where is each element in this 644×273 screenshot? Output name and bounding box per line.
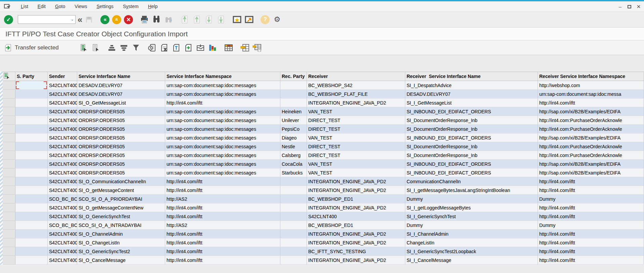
cell-service_interface_namespace[interactable]: urn:sap-com:document:sap:idoc:messages [165,116,280,125]
cell-rec_party[interactable] [280,90,307,99]
cell-sender[interactable]: S42CLNT400 [48,107,77,116]
cell-sender[interactable]: S42CLNT400 [48,151,77,160]
cell-sender[interactable]: S42CLNT400 [48,125,77,133]
last-page-icon[interactable] [216,15,226,24]
cell-receiver_service_interface_namespace[interactable]: http://int4.com/iftt [538,230,644,238]
cell-receiver_service_interface_name[interactable]: SI_I_getLoggedMessageBytes [405,203,538,212]
cell-receiver[interactable]: DIRECT_TEST [307,125,405,133]
cell-sender[interactable]: S42CLNT400 [48,81,77,90]
cell-sender[interactable]: SCO_BC_BOA [48,221,77,230]
sort-descending-icon[interactable] [119,43,129,52]
local-file-icon[interactable] [184,43,193,52]
customize-layout-icon[interactable]: ⚙ [272,15,282,24]
cell-service_interface_namespace[interactable]: http://int4.com/iftt [165,212,280,221]
cell-rec_party[interactable] [280,99,307,107]
column-header-service_interface_name[interactable]: Service Interface Name [77,72,165,81]
cell-receiver_service_interface_name[interactable]: SI_INBOUND_EDI_EDIFACT_ORDERS [405,107,538,116]
cell-sender[interactable]: S42CLNT400 [48,256,77,265]
cell-receiver_service_interface_namespace[interactable]: Dummy [538,195,644,203]
row-selector[interactable] [3,107,15,116]
cell-service_interface_namespace[interactable]: http://int4.com/iftt [165,230,280,238]
cell-receiver_service_interface_name[interactable]: Dummy [405,221,538,230]
cell-s_party[interactable] [15,230,48,238]
select-block-icon[interactable] [91,43,100,52]
cell-service_interface_namespace[interactable]: urn:sap-com:document:sap:idoc:messages [165,107,280,116]
cell-receiver[interactable]: INTEGRATION_ENGINE_JAVA_PD2 [307,203,405,212]
cell-s_party[interactable] [15,107,48,116]
select-all-header[interactable] [3,72,15,81]
mail-recipient-icon[interactable] [196,43,205,52]
cell-receiver_service_interface_name[interactable]: SI_DocumentOrderResponse_Inb [405,142,538,151]
cell-service_interface_name[interactable]: SI_O_ChangeListIn [77,238,165,247]
column-header-receiver_service_interface_name[interactable]: Receiver Service Interface Name [405,72,538,81]
cell-service_interface_namespace[interactable]: http://int4.com/iftt [165,256,280,265]
cell-receiver_service_interface_namespace[interactable]: http://int4.com/iftt [538,203,644,212]
cell-service_interface_namespace[interactable]: http://int4.com/iftt [165,99,280,107]
row-selector[interactable] [3,256,15,265]
exit-icon[interactable]: « [112,15,121,24]
cell-rec_party[interactable]: Diageo [280,133,307,142]
cell-receiver_service_interface_namespace[interactable]: http://int4.com/iftt [538,177,644,186]
help-icon[interactable]: ? [261,15,270,24]
back-icon[interactable]: « [100,15,109,24]
cell-sender[interactable]: S42CLNT400 [48,177,77,186]
row-selector[interactable] [3,212,15,221]
cell-sender[interactable]: S42CLNT400 [48,203,77,212]
cell-receiver_service_interface_name[interactable]: SI_INBOUND_EDI_EDIFACT_ORDERS [405,168,538,177]
cell-service_interface_name[interactable]: SI_O_GenericSyncTest2 [77,247,165,256]
cell-rec_party[interactable] [280,230,307,238]
cell-receiver_service_interface_name[interactable]: SI_I_DespatchAdvice [405,81,538,90]
cell-rec_party[interactable]: Calsberg [280,151,307,160]
cell-receiver[interactable]: BC_WEBSHOP_ED1 [307,195,405,203]
row-selector[interactable] [3,186,15,195]
cell-service_interface_namespace[interactable]: urn:sap-com:document:sap:idoc:messages [165,90,280,99]
cell-rec_party[interactable] [280,238,307,247]
cell-rec_party[interactable]: Nestle [280,142,307,151]
system-menu-icon[interactable] [4,4,11,9]
cell-rec_party[interactable]: Unilever [280,116,307,125]
row-selector[interactable] [3,125,15,133]
new-session-icon[interactable] [244,15,254,24]
cell-receiver[interactable]: DIRECT_TEST [307,116,405,125]
row-selector[interactable] [3,177,15,186]
cell-receiver_service_interface_name[interactable]: SI_DocumentOrderResponse_Inb [405,125,538,133]
cell-receiver[interactable]: VAN_TEST [307,168,405,177]
cell-receiver_service_interface_namespace[interactable]: http://int4.com/iftt [538,99,644,107]
cell-receiver_service_interface_namespace[interactable]: http://sap.com/xi/B2B/Examples/EDIFA [538,133,644,142]
cell-service_interface_name[interactable]: ORDRSP.ORDERS05 [77,116,165,125]
cell-receiver[interactable]: INTEGRATION_ENGINE_JAVA_PD2 [307,177,405,186]
cell-rec_party[interactable] [280,256,307,265]
row-selector[interactable] [3,99,15,107]
cell-service_interface_name[interactable]: ORDRSP.ORDERS05 [77,107,165,116]
cell-sender[interactable]: S42CLNT400 [48,160,77,168]
cell-rec_party[interactable] [280,212,307,221]
row-selector[interactable] [3,230,15,238]
collapse-chevron-icon[interactable]: « [78,15,82,24]
cell-service_interface_namespace[interactable]: http://AS2 [165,221,280,230]
cell-s_party[interactable] [15,125,48,133]
cell-sender[interactable]: S42CLNT400 [48,90,77,99]
cell-receiver[interactable]: INTEGRATION_ENGINE_JAVA_PD2 [307,99,405,107]
cell-service_interface_namespace[interactable]: urn:sap-com:document:sap:idoc:messages [165,151,280,160]
cell-service_interface_namespace[interactable]: http://AS2 [165,195,280,203]
cell-rec_party[interactable]: CocaCola [280,160,307,168]
cell-receiver[interactable]: S42CLNT400 [307,212,405,221]
cell-service_interface_name[interactable]: SI_O_GetMessageList [77,99,165,107]
cell-sender[interactable]: S42CLNT400 [48,168,77,177]
row-selector[interactable] [3,90,15,99]
cell-service_interface_name[interactable]: SCO_SI_O_A_PRIORDAYBAI [77,195,165,203]
cell-receiver[interactable]: DIRECT_TEST [307,142,405,151]
column-header-service_interface_namespace[interactable]: Service Interface Namespace [165,72,280,81]
cell-service_interface_name[interactable]: SI_O_getMessageContent [77,186,165,195]
cell-receiver_service_interface_name[interactable]: ChangeListIn [405,238,538,247]
enter-icon[interactable]: ✓ [4,15,13,24]
cell-receiver_service_interface_namespace[interactable]: urn:sap-com:document:sap:idoc:messa [538,90,644,99]
transfer-selected-button[interactable]: Transfer selected [4,44,59,52]
cell-receiver_service_interface_name[interactable]: SI_INBOUND_EDI_EDIFACT_ORDERS [405,133,538,142]
maximize-icon[interactable] [628,5,631,8]
column-header-rec_party[interactable]: Rec. Party [280,72,307,81]
cell-receiver_service_interface_name[interactable]: Dummy [405,195,538,203]
menu-item-list[interactable]: List [21,4,28,9]
table-view-icon[interactable] [224,43,233,52]
sort-ascending-icon[interactable] [107,43,117,52]
